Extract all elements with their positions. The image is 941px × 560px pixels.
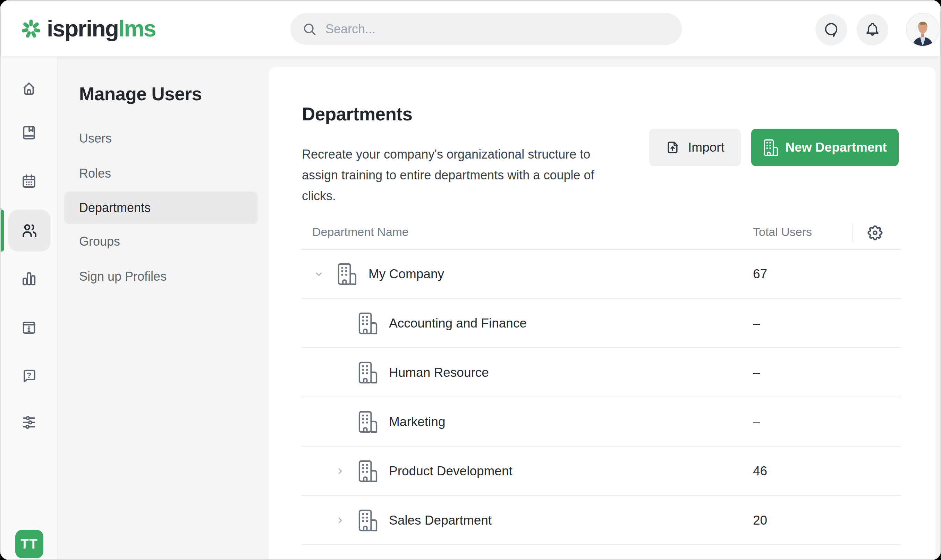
total-users-value: –	[753, 365, 760, 380]
sidebar-item-label: Groups	[79, 234, 120, 249]
table-row[interactable]: Human Resource –	[269, 348, 935, 397]
rail-item-info[interactable]	[13, 311, 45, 343]
search-input[interactable]	[317, 13, 682, 45]
sidebar-item-label: Roles	[79, 166, 111, 181]
rail-item-reports[interactable]	[13, 263, 45, 295]
home-icon	[21, 80, 37, 97]
book-icon	[21, 125, 37, 141]
bell-icon	[864, 22, 881, 38]
manage-users-sidebar: Manage Users Users Roles Departments Gro…	[58, 57, 269, 559]
rail-item-help[interactable]	[13, 360, 45, 392]
page-description-line: assign training to entire departments wi…	[302, 165, 594, 186]
rail-item-courses[interactable]	[13, 117, 45, 149]
page-description-line: clicks.	[302, 186, 594, 206]
logo-brand-text: ispring	[47, 15, 118, 41]
chat-bubble-icon	[823, 22, 840, 38]
avatar-photo	[907, 14, 939, 46]
table-row[interactable]: Accounting and Finance –	[269, 299, 935, 348]
total-users-value: –	[753, 415, 760, 429]
gear-icon	[866, 224, 884, 242]
search-bar	[291, 13, 682, 45]
logo-wordmark: ispringlms	[47, 17, 156, 40]
sidebar-item-groups[interactable]: Groups	[64, 225, 258, 258]
search-icon	[302, 22, 317, 37]
file-upload-icon	[666, 139, 680, 156]
table-row[interactable]: My Company 67	[269, 249, 935, 299]
building-icon	[358, 411, 378, 433]
workspace-badge[interactable]: TT	[15, 530, 43, 558]
sidebar-item-label: Sign up Profiles	[79, 269, 166, 284]
column-header-department-name[interactable]: Department Name	[312, 225, 409, 239]
chevron-right-icon[interactable]	[335, 515, 345, 526]
topbar: ispringlms	[1, 1, 940, 57]
logo-suffix-text: lms	[118, 15, 156, 41]
sidebar-item-signup-profiles[interactable]: Sign up Profiles	[64, 260, 258, 293]
total-users-value: 20	[753, 513, 767, 528]
column-header-total-users[interactable]: Total Users	[753, 225, 812, 239]
bar-chart-icon	[21, 271, 37, 287]
sidebar-item-departments[interactable]: Departments	[64, 192, 258, 224]
icon-rail: TT	[1, 57, 57, 559]
rail-item-users[interactable]	[8, 209, 51, 252]
import-button[interactable]: Import	[649, 129, 741, 166]
messages-button[interactable]	[815, 14, 847, 45]
info-panel-icon	[21, 319, 37, 335]
calendar-icon	[21, 173, 37, 189]
rail-item-home[interactable]	[13, 72, 45, 104]
sidebar-item-label: Departments	[79, 200, 151, 215]
users-icon	[20, 222, 38, 240]
table-row[interactable]: Sales Department 20	[269, 496, 935, 545]
sidebar-item-users[interactable]: Users	[64, 122, 258, 155]
active-rail-indicator	[1, 209, 4, 252]
building-icon	[358, 362, 378, 384]
sidebar-item-roles[interactable]: Roles	[64, 157, 258, 190]
rail-item-settings[interactable]	[13, 406, 45, 438]
app-window: ispringlms	[0, 0, 941, 560]
chevron-down-icon[interactable]	[314, 269, 324, 279]
sidebar-title: Manage Users	[79, 83, 201, 105]
departments-table: My Company 67 Accounting and Finance – H…	[269, 249, 935, 545]
page-description-line: Recreate your company's organizational s…	[302, 144, 594, 165]
building-icon	[763, 139, 779, 156]
total-users-value: 67	[753, 267, 767, 282]
building-icon	[337, 263, 357, 285]
department-name: Marketing	[389, 415, 445, 429]
sliders-icon	[21, 414, 37, 431]
ispring-logo[interactable]: ispringlms	[21, 1, 156, 56]
help-bubble-icon	[21, 368, 37, 384]
notifications-button[interactable]	[857, 14, 888, 45]
new-department-button[interactable]: New Department	[751, 129, 899, 166]
sidebar-item-label: Users	[79, 131, 112, 146]
departments-panel: Departments Recreate your company's orga…	[269, 67, 935, 559]
total-users-value: –	[753, 316, 760, 331]
new-department-button-label: New Department	[786, 140, 887, 155]
building-icon	[358, 509, 378, 532]
rail-item-calendar[interactable]	[13, 165, 45, 197]
import-button-label: Import	[688, 140, 724, 155]
table-row[interactable]: Marketing –	[269, 397, 935, 446]
department-name: Product Development	[389, 464, 512, 478]
column-divider	[852, 223, 853, 243]
page-description: Recreate your company's organizational s…	[302, 144, 594, 206]
table-row[interactable]: Product Development 46	[269, 446, 935, 496]
ispring-flower-icon	[21, 19, 41, 39]
building-icon	[358, 460, 378, 482]
department-name: Human Resource	[389, 365, 489, 380]
building-icon	[358, 312, 378, 334]
table-settings-button[interactable]	[866, 224, 884, 242]
chevron-right-icon[interactable]	[335, 466, 345, 476]
department-name: Accounting and Finance	[389, 316, 527, 331]
page-title: Departments	[302, 103, 412, 125]
avatar[interactable]	[906, 13, 939, 46]
total-users-value: 46	[753, 464, 767, 478]
department-name: My Company	[369, 267, 444, 282]
department-name: Sales Department	[389, 513, 492, 528]
